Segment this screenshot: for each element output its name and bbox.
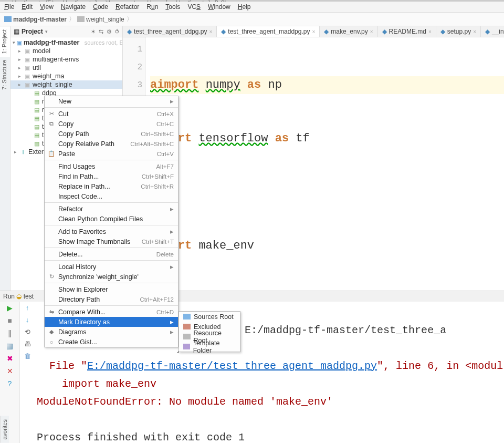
pause-icon[interactable]: ‖: [8, 329, 12, 337]
editor-tab[interactable]: ◆make_env.py×: [320, 26, 377, 37]
toolbar-icon[interactable]: ⇆: [99, 28, 103, 35]
folder-icon: [77, 16, 85, 22]
help-icon[interactable]: ?: [8, 379, 12, 388]
menu-item-icon: ↻: [48, 273, 55, 280]
editor-tab[interactable]: ◆test_three_agent_ddpg.py×: [123, 26, 217, 37]
expand-icon[interactable]: ▾: [13, 40, 15, 45]
menu-code[interactable]: Code: [93, 3, 108, 11]
submenu-arrow-icon: ▸: [170, 328, 174, 336]
editor-tab[interactable]: ◆README.md×: [378, 26, 436, 37]
tree-item[interactable]: ▸▣multiagent-envs: [10, 55, 122, 64]
context-menu-item[interactable]: ⇋Compare With...Ctrl+D: [45, 307, 178, 317]
python-file-icon: ◆: [221, 28, 226, 35]
close-tab-icon[interactable]: ×: [312, 29, 315, 35]
menu-window[interactable]: Window: [208, 3, 230, 11]
menu-navigate[interactable]: Navigate: [61, 3, 86, 11]
menu-run[interactable]: Run: [146, 3, 158, 11]
expand-icon[interactable]: ▸: [17, 74, 22, 79]
shortcut-label: Ctrl+V: [157, 151, 174, 157]
context-menu-item[interactable]: Add to Favorites▸: [45, 226, 178, 236]
chevron-right-icon: 〉: [69, 15, 75, 24]
editor-tab[interactable]: ◆__in×: [481, 26, 504, 37]
expand-icon[interactable]: ▸: [17, 82, 22, 87]
context-menu-item[interactable]: Directory PathCtrl+Alt+F12: [45, 294, 178, 304]
submenu-item[interactable]: Sources Root: [179, 312, 240, 322]
context-menu-item[interactable]: ⧉CopyCtrl+C: [45, 119, 178, 129]
context-menu-item[interactable]: Replace in Path...Ctrl+Shift+R: [45, 181, 178, 191]
context-menu-item[interactable]: Find in Path...Ctrl+Shift+F: [45, 171, 178, 181]
tree-item[interactable]: ▸▣model: [10, 47, 122, 55]
context-menu-item[interactable]: Local History▸: [45, 262, 178, 272]
attach-icon[interactable]: ▦: [6, 342, 13, 350]
sidebar-tab-favorites[interactable]: avorites: [0, 416, 9, 443]
context-menu-item[interactable]: Copy PathCtrl+Shift+C: [45, 129, 178, 139]
menu-vcs[interactable]: VCS: [187, 3, 201, 11]
submenu-arrow-icon: ▸: [170, 228, 174, 235]
run-toolbar-right: ↑ ↓ ⟲ 🖶 🗑: [20, 302, 35, 443]
editor-tab[interactable]: ◆test_three_agent_maddpg.py×: [217, 26, 320, 37]
project-panel-title[interactable]: Project: [22, 28, 43, 35]
menu-tools[interactable]: Tools: [165, 3, 180, 11]
context-menu-item[interactable]: Show in Explorer: [45, 284, 178, 294]
wrap-icon[interactable]: ⟲: [25, 328, 30, 336]
close-tab-icon[interactable]: ×: [209, 29, 212, 35]
context-menu-item[interactable]: Refactor▸: [45, 204, 178, 214]
context-menu-item[interactable]: Mark Directory as▸: [45, 317, 178, 327]
expand-icon[interactable]: ▸: [17, 65, 22, 70]
stop-icon[interactable]: ■: [7, 316, 12, 325]
menu-view[interactable]: View: [40, 3, 54, 11]
tree-root[interactable]: ▾ ▣ maddpg-tf-master sources root, E:\: [10, 38, 122, 47]
context-menu-item[interactable]: Delete...Delete: [45, 249, 178, 259]
toolbar-icon[interactable]: ⚙: [107, 28, 112, 35]
context-menu-item[interactable]: 📋PasteCtrl+V: [45, 149, 178, 159]
run-config-name[interactable]: test: [24, 293, 34, 300]
context-menu-item[interactable]: ◆Diagrams▸: [45, 327, 178, 337]
expand-icon[interactable]: ▸: [17, 57, 22, 62]
context-menu-item[interactable]: ✂CutCtrl+X: [45, 109, 178, 119]
close-tab-icon[interactable]: ×: [428, 29, 432, 35]
context-menu-item[interactable]: Inspect Code...: [45, 191, 178, 201]
toolbar-icon[interactable]: ⥀: [115, 28, 119, 35]
context-menu-item[interactable]: ↻Synchronize 'weight_single': [45, 272, 178, 282]
file-icon: ▤: [33, 115, 40, 122]
rerun-icon[interactable]: ▶: [7, 304, 13, 312]
menu-item-icon: ⧉: [48, 120, 55, 127]
down-icon[interactable]: ↓: [26, 316, 29, 324]
sidebar-tab-project[interactable]: 1: Project: [0, 26, 10, 57]
tree-item[interactable]: ▸▣weight_ma: [10, 72, 122, 80]
editor-tab[interactable]: ◆setup.py×: [436, 26, 481, 37]
expand-icon[interactable]: ▸: [17, 48, 22, 54]
context-menu-item[interactable]: Find UsagesAlt+F7: [45, 161, 178, 171]
menu-edit[interactable]: Edit: [22, 3, 33, 11]
clear-icon[interactable]: 🗑: [24, 352, 31, 360]
sidebar-tab-structure[interactable]: 7: Structure: [0, 57, 10, 93]
print-icon[interactable]: 🖶: [24, 340, 31, 348]
expand-icon[interactable]: ▸: [13, 149, 18, 154]
toolbar-icon[interactable]: ✶: [91, 28, 96, 35]
submenu-item[interactable]: Template Folder: [179, 342, 240, 352]
file-icon: ▤: [33, 140, 40, 147]
breadcrumb-root[interactable]: maddpg-tf-master: [4, 16, 67, 23]
context-menu-item[interactable]: ○Create Gist...: [45, 337, 178, 347]
close-tab-icon[interactable]: ×: [473, 29, 476, 35]
traceback-link[interactable]: E:/maddpg-tf-master/test_three_agent_mad…: [87, 360, 377, 372]
up-icon[interactable]: ↑: [26, 304, 29, 312]
menu-refactor[interactable]: Refactor: [116, 3, 139, 11]
context-menu-item[interactable]: Copy Relative PathCtrl+Alt+Shift+C: [45, 139, 178, 149]
close-tab-icon[interactable]: ✖: [7, 354, 13, 363]
tree-item[interactable]: ▸▣util: [10, 64, 122, 72]
menu-help[interactable]: Help: [238, 3, 251, 11]
context-menu-item[interactable]: Show Image ThumbnailsCtrl+Shift+T: [45, 236, 178, 246]
menu-item-icon: ⇋: [48, 308, 55, 315]
stop-icon-red[interactable]: ✕: [7, 367, 13, 375]
tree-item[interactable]: ▸▣weight_single: [10, 80, 122, 89]
file-icon: ▤: [33, 123, 40, 130]
file-icon: ▤: [33, 132, 40, 139]
dropdown-icon[interactable]: ▾: [45, 29, 48, 34]
context-menu-item[interactable]: New▸: [45, 96, 178, 106]
breadcrumb-folder[interactable]: weight_single: [77, 16, 124, 23]
chevron-right-icon: 〉: [127, 15, 133, 24]
close-tab-icon[interactable]: ×: [370, 29, 373, 35]
context-menu-item[interactable]: Clean Python Compiled Files: [45, 214, 178, 224]
menu-file[interactable]: File: [4, 3, 14, 11]
